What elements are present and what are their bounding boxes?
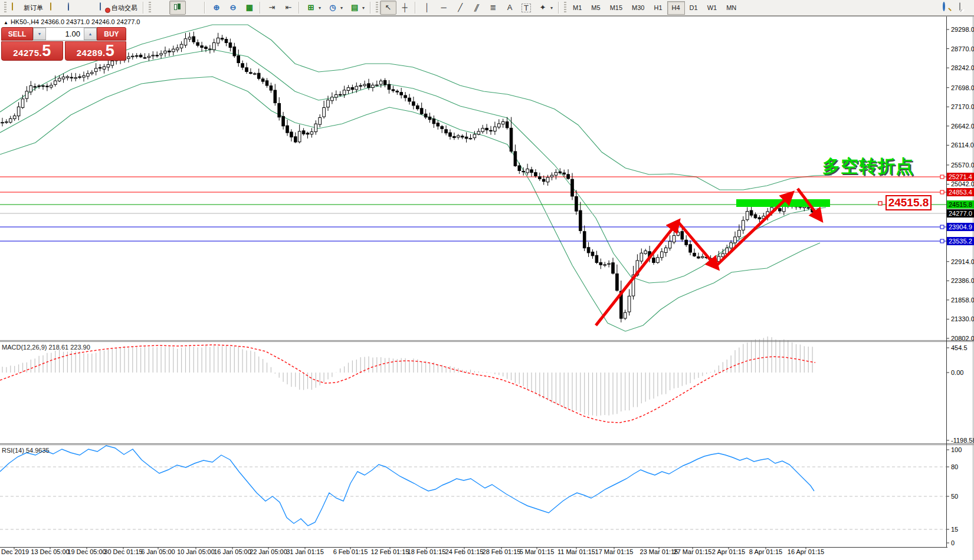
- templates-button[interactable]: ▤▾: [346, 1, 368, 15]
- trendline-button[interactable]: ╱: [452, 1, 468, 15]
- timeframe-M30[interactable]: M30: [627, 1, 649, 15]
- zoom-in-icon: ⊕: [212, 3, 221, 12]
- tile-windows-icon: ▦: [245, 3, 254, 12]
- autotrading-label: 自动交易: [111, 4, 137, 12]
- templates-icon: ▤: [350, 3, 359, 12]
- autotrading-button[interactable]: 自动交易: [96, 1, 141, 15]
- price-callout-box[interactable]: 24515.8: [886, 195, 932, 210]
- search-button[interactable]: [939, 1, 955, 15]
- svg-text:23 Mar 01:15: 23 Mar 01:15: [640, 548, 678, 555]
- svg-text:100: 100: [951, 446, 962, 453]
- horizontal-line-button[interactable]: ─: [435, 1, 452, 15]
- sell-price[interactable]: 24275.5: [1, 41, 63, 61]
- fibonacci-button[interactable]: ≣: [485, 1, 501, 15]
- text-button[interactable]: A: [501, 1, 518, 15]
- svg-text:23535.2: 23535.2: [949, 238, 972, 245]
- search-icon: [943, 2, 945, 11]
- label-button[interactable]: T: [518, 1, 534, 15]
- svg-text:29298.0: 29298.0: [951, 26, 974, 33]
- candlestick-button[interactable]: [169, 1, 186, 15]
- profile-icon: [68, 2, 69, 11]
- chart-canvas[interactable]: 29298.028770.028242.027698.027170.026642…: [0, 16, 974, 560]
- shapes-button[interactable]: ✦▾: [534, 1, 556, 15]
- svg-text:27698.0: 27698.0: [951, 84, 974, 91]
- svg-text:16 Apr 01:15: 16 Apr 01:15: [788, 548, 824, 555]
- svg-text:6 Jan 05:00: 6 Jan 05:00: [141, 548, 175, 555]
- svg-text:12 Feb 01:15: 12 Feb 01:15: [371, 548, 409, 555]
- svg-text:-1198.58: -1198.58: [951, 437, 974, 444]
- periods-button[interactable]: ◷▾: [324, 1, 346, 15]
- vertical-line-icon: │: [422, 3, 432, 12]
- indicators-button[interactable]: ⊞▾: [303, 1, 324, 15]
- timeframe-H4[interactable]: H4: [667, 1, 685, 15]
- buy-price-main: 24289: [77, 48, 103, 58]
- svg-text:50: 50: [951, 493, 958, 500]
- symbol-header: ▲HK50-,H4 24366.0 24371.0 24246.0 24277.…: [4, 18, 140, 25]
- svg-text:2 Apr 01:15: 2 Apr 01:15: [712, 548, 745, 555]
- buy-price[interactable]: 24289.5: [65, 41, 127, 61]
- svg-text:11 Mar 01:15: 11 Mar 01:15: [557, 548, 595, 555]
- svg-text:23904.9: 23904.9: [949, 223, 972, 230]
- timeframe-H1[interactable]: H1: [649, 1, 667, 15]
- svg-text:454.5: 454.5: [951, 344, 968, 351]
- timeframe-M15[interactable]: M15: [605, 1, 627, 15]
- zoom-in-button[interactable]: ⊕: [208, 1, 225, 15]
- timeframe-M5[interactable]: M5: [586, 1, 605, 15]
- buy-button[interactable]: BUY: [97, 27, 126, 41]
- crosshair-button[interactable]: ┼: [396, 1, 413, 15]
- volume-increase-button[interactable]: ▲: [84, 28, 97, 40]
- volume-control: ▼ 1.00 ▲: [33, 27, 97, 41]
- timeframe-MN[interactable]: MN: [722, 1, 741, 15]
- svg-text:13 Dec 05:00: 13 Dec 05:00: [31, 548, 69, 555]
- annotation-text[interactable]: 多空转折点: [822, 154, 914, 179]
- one-click-trading-panel: SELL ▼ 1.00 ▲ BUY 24275.5 24289.5: [1, 27, 126, 61]
- toolbar-grip[interactable]: [4, 2, 6, 14]
- collapse-arrow-icon[interactable]: ▲: [4, 20, 8, 25]
- mt4-window: 新订单 自动交易 ⊕ ⊖ ▦: [0, 0, 974, 560]
- svg-text:16 Jan 05:00: 16 Jan 05:00: [214, 548, 251, 555]
- svg-text:0: 0: [951, 539, 955, 546]
- channel-button[interactable]: ∥: [468, 1, 485, 15]
- volume-decrease-button[interactable]: ▼: [33, 28, 46, 40]
- zoom-out-button[interactable]: ⊖: [225, 1, 241, 15]
- sell-price-main: 24275: [13, 48, 39, 58]
- chat-button[interactable]: [955, 1, 972, 15]
- svg-text:6 Feb 01:15: 6 Feb 01:15: [333, 548, 368, 555]
- volume-input[interactable]: 1.00: [46, 28, 84, 40]
- text-icon: A: [505, 3, 514, 12]
- vertical-line-button[interactable]: │: [419, 1, 435, 15]
- cursor-button[interactable]: ↖: [380, 1, 396, 15]
- sell-button[interactable]: SELL: [1, 27, 33, 41]
- chat-icon: [959, 2, 960, 11]
- svg-text:31 Jan 01:15: 31 Jan 01:15: [286, 548, 324, 555]
- tile-windows-button[interactable]: ▦: [241, 1, 258, 15]
- timeframe-M1[interactable]: M1: [568, 1, 586, 15]
- bar-chart-button[interactable]: [153, 1, 169, 15]
- svg-text:20802.0: 20802.0: [951, 335, 974, 342]
- timeframe-group: M1M5M15M30H1H4D1W1MN: [568, 1, 741, 15]
- macd-indicator-label: MACD(12,26,9) 218.61 223.90: [2, 344, 90, 351]
- signals-button[interactable]: [80, 1, 96, 15]
- rsi-indicator-label: RSI(14) 54.9635: [2, 447, 50, 454]
- timeframe-D1[interactable]: D1: [685, 1, 703, 15]
- svg-text:25271.4: 25271.4: [949, 173, 972, 180]
- chevron-down-icon: ▾: [362, 5, 365, 11]
- auto-scroll-button[interactable]: ⇥: [264, 1, 280, 15]
- svg-text:17 Mar 01:15: 17 Mar 01:15: [595, 548, 634, 555]
- svg-text:19 Dec 05:00: 19 Dec 05:00: [67, 548, 106, 555]
- chart-shift-button[interactable]: ⇤: [280, 1, 297, 15]
- line-chart-button[interactable]: [186, 1, 202, 15]
- chevron-down-icon: ▾: [340, 5, 343, 11]
- notes-button[interactable]: [47, 1, 63, 15]
- horizontal-line-icon: ─: [439, 3, 448, 12]
- svg-text:26114.0: 26114.0: [951, 141, 974, 149]
- svg-text:18 Feb 01:15: 18 Feb 01:15: [408, 548, 446, 555]
- svg-text:27 Mar 01:15: 27 Mar 01:15: [674, 548, 712, 555]
- symbol-header-text: HK50-,H4 24366.0 24371.0 24246.0 24277.0: [11, 18, 140, 25]
- autotrading-icon: [100, 2, 101, 11]
- new-order-button[interactable]: 新订单: [8, 1, 47, 15]
- profile-button[interactable]: [63, 1, 80, 15]
- timeframe-W1[interactable]: W1: [703, 1, 722, 15]
- svg-text:24853.4: 24853.4: [949, 189, 972, 196]
- svg-text:25042.0: 25042.0: [951, 180, 974, 187]
